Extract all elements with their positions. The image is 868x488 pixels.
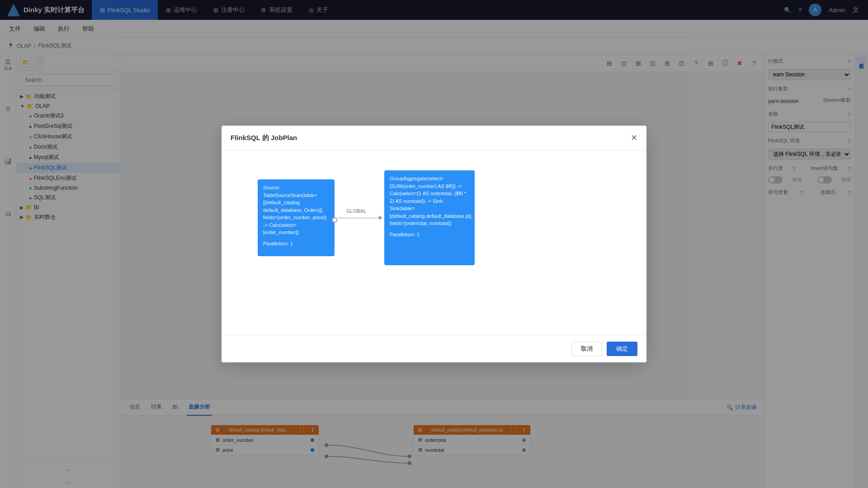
- modal-cancel-button[interactable]: 取消: [571, 342, 602, 356]
- jobplan-target-node: GroupAggregate(select=[SUM(order_number)…: [384, 170, 475, 265]
- jobplan-arrow: GLOBAL: [337, 216, 382, 220]
- modal-close-button[interactable]: ✕: [631, 133, 637, 143]
- jobplan-canvas: Source: TableSourceScan(table=[[default_…: [231, 161, 637, 324]
- modal-overlay: FlinkSQL 的 JobPlan ✕ Source: TableSource…: [0, 0, 868, 488]
- modal-title: FlinkSQL 的 JobPlan: [231, 134, 297, 142]
- jobplan-target-text: GroupAggregate(select=[SUM(order_number)…: [390, 175, 469, 227]
- source-connector-dot: [332, 217, 337, 223]
- modal-body: Source: TableSourceScan(table=[[default_…: [222, 150, 646, 335]
- jobplan-source-parallelism: Parallelism: 1: [263, 240, 329, 248]
- jobplan-source-text: Source: TableSourceScan(table=[[default_…: [263, 184, 329, 236]
- arrow-line: [337, 218, 379, 218]
- modal-header: FlinkSQL 的 JobPlan ✕: [222, 126, 646, 150]
- jobplan-target-parallelism: Parallelism: 1: [390, 231, 469, 239]
- modal-footer: 取消 确定: [222, 335, 646, 362]
- modal-dialog: FlinkSQL 的 JobPlan ✕ Source: TableSource…: [222, 126, 646, 362]
- arrow-label: GLOBAL: [346, 208, 366, 214]
- arrow-head: [379, 216, 382, 220]
- jobplan-source-node: Source: TableSourceScan(table=[[default_…: [258, 179, 335, 256]
- modal-confirm-button[interactable]: 确定: [607, 342, 637, 356]
